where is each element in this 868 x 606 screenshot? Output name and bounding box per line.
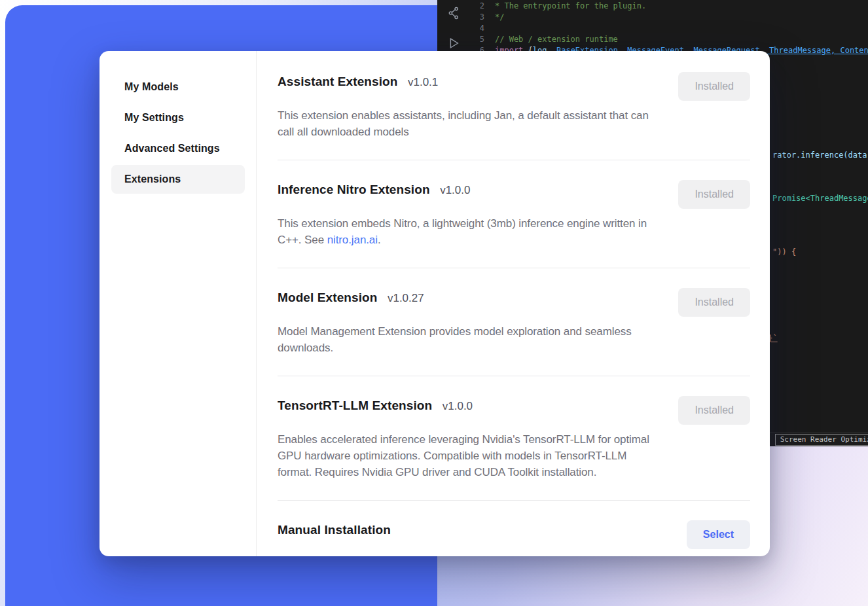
- line-number: 4: [467, 23, 484, 34]
- extension-title: Model Extension: [278, 291, 377, 304]
- code-fragment: ")) {: [772, 247, 796, 257]
- extension-description: This extension enables assistants, inclu…: [278, 107, 660, 140]
- run-icon: [446, 35, 461, 51]
- code-text: // Web / extension runtime: [495, 34, 618, 45]
- code-line: 3 */: [467, 12, 868, 23]
- code-fragment: rator.inference(data));: [772, 151, 868, 160]
- line-number: 5: [467, 34, 484, 45]
- select-file-button[interactable]: Select: [687, 520, 750, 549]
- code-lines: 2 * The entrypoint for the plugin. 3 */ …: [467, 1, 868, 56]
- extension-row-assistant: Assistant Extension v1.0.1 Installed Thi…: [278, 72, 750, 140]
- code-line: 4: [467, 23, 868, 34]
- divider: [278, 376, 750, 376]
- nitro-jan-ai-link[interactable]: nitro.jan.ai: [327, 234, 378, 246]
- extension-description: Enables accelerated inference leveraging…: [278, 431, 660, 480]
- settings-card: My Models My Settings Advanced Settings …: [99, 51, 770, 556]
- divider: [278, 500, 750, 501]
- settings-sidebar: My Models My Settings Advanced Settings …: [99, 51, 257, 556]
- extensions-panel: Assistant Extension v1.0.1 Installed Thi…: [257, 51, 770, 556]
- extension-row-nitro: Inference Nitro Extension v1.0.0 Install…: [278, 180, 750, 248]
- divider: [278, 160, 750, 160]
- page-background: 2 * The entrypoint for the plugin. 3 */ …: [0, 0, 868, 606]
- divider: [278, 268, 750, 268]
- extension-version: v1.0.0: [440, 184, 470, 196]
- manual-installation-description: Select an extension file to install (.tg…: [278, 556, 660, 556]
- line-number: 3: [467, 12, 484, 23]
- manual-installation-row: Manual Installation Select Select an ext…: [278, 520, 750, 556]
- extension-row-model: Model Extension v1.0.27 Installed Model …: [278, 288, 750, 356]
- extension-title: Assistant Extension: [278, 75, 398, 88]
- installed-button: Installed: [678, 72, 750, 101]
- extension-version: v1.0.0: [443, 400, 473, 412]
- sidebar-item-my-settings[interactable]: My Settings: [111, 103, 245, 132]
- installed-button: Installed: [678, 396, 750, 425]
- extension-version: v1.0.27: [388, 292, 424, 304]
- code-line: 5 // Web / extension runtime: [467, 34, 868, 45]
- sidebar-item-advanced-settings[interactable]: Advanced Settings: [111, 134, 245, 163]
- code-text: */: [495, 12, 504, 23]
- source-control-icon: [446, 5, 461, 21]
- manual-installation-title: Manual Installation: [278, 523, 391, 537]
- line-number: 2: [467, 1, 484, 12]
- code-fragment: Promise<ThreadMessage>: [772, 194, 868, 203]
- extension-version: v1.0.1: [408, 76, 438, 88]
- screen-reader-badge: Screen Reader Optimized: [775, 434, 868, 446]
- installed-button: Installed: [678, 288, 750, 317]
- extension-description: Model Management Extension provides mode…: [278, 323, 660, 356]
- extension-title: Inference Nitro Extension: [278, 183, 430, 196]
- description-text: .: [378, 234, 381, 246]
- sidebar-item-extensions[interactable]: Extensions: [111, 165, 245, 194]
- installed-button: Installed: [678, 180, 750, 209]
- code-line: 2 * The entrypoint for the plugin.: [467, 1, 868, 12]
- editor-activity-bar: [441, 5, 466, 51]
- sidebar-item-my-models[interactable]: My Models: [111, 73, 245, 101]
- extension-row-tensorrt: TensortRT-LLM Extension v1.0.0 Installed…: [278, 396, 750, 480]
- extension-description: This extension embeds Nitro, a lightweig…: [278, 215, 660, 248]
- extension-title: TensortRT-LLM Extension: [278, 399, 432, 412]
- code-text: * The entrypoint for the plugin.: [495, 1, 646, 12]
